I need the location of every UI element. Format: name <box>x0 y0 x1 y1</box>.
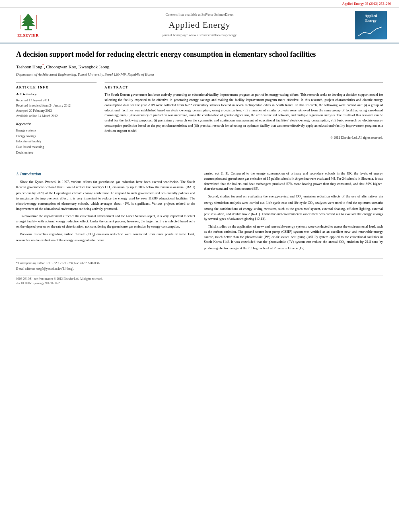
authors-line: Taehoon Hong*, Choongwan Koo, Kwangbok J… <box>16 63 383 70</box>
journal-badge-area: AppliedEnergy <box>351 11 391 39</box>
applied-energy-badge: AppliedEnergy <box>355 11 387 39</box>
abstract-label: ABSTRACT <box>105 85 383 90</box>
main-content: A decision support model for reducing el… <box>0 43 399 294</box>
intro-right-para-2: Second, studies focused on evaluating th… <box>204 194 383 222</box>
email-footnote: E-mail address: hong7@yonsei.ac.kr (T. H… <box>16 267 383 271</box>
keyword-1: Energy systems <box>16 128 97 134</box>
journal-title: Applied Energy <box>52 19 347 31</box>
elsevier-text: ELSEVIER <box>17 33 39 38</box>
badge-chart-icon <box>358 25 382 37</box>
copyright-notice: 0306-2619/$ - see front matter © 2012 El… <box>16 277 383 281</box>
svg-rect-1 <box>25 29 32 30</box>
journal-header-center: Contents lists available at SciVerse Sci… <box>52 12 347 38</box>
keywords-group: Keywords: Energy systems Energy savings … <box>16 122 97 155</box>
article-info-label: ARTICLE INFO <box>16 85 97 90</box>
article-info-column: ARTICLE INFO Article history: Received 1… <box>16 82 97 159</box>
intro-para-1: Since the Kyoto Protocol in 1997, variou… <box>16 179 195 211</box>
keywords-list: Energy systems Energy savings Educationa… <box>16 128 97 155</box>
badge-text: AppliedEnergy <box>358 13 384 23</box>
abstract-copyright: © 2012 Elsevier Ltd. All rights reserved… <box>105 136 383 140</box>
intro-right-para-1: carried out [1–3]. Compared to the energ… <box>204 171 383 191</box>
available-date: Available online 14 March 2012 <box>16 114 97 119</box>
keyword-5: Decision tree <box>16 150 97 156</box>
intro-para-2: To maximize the improvement effect of th… <box>16 214 195 229</box>
elsevier-logo-area: ELSEVIER <box>8 12 48 38</box>
section-divider <box>16 165 383 165</box>
article-title: A decision support model for reducing el… <box>16 50 383 59</box>
journal-header: ELSEVIER Contents lists available at Sci… <box>0 8 399 43</box>
introduction-right-col: carried out [1–3]. Compared to the energ… <box>204 171 383 253</box>
contents-available-text: Contents lists available at SciVerse Sci… <box>52 12 347 17</box>
received-date-2: Received in revised form 24 January 2012 <box>16 103 97 109</box>
author-names: Taehoon Hong*, Choongwan Koo, Kwangbok J… <box>16 64 109 69</box>
article-info-abstract-layout: ARTICLE INFO Article history: Received 1… <box>16 82 383 159</box>
footnote-area: * Corresponding author. Tel.: +82 2 2123… <box>16 259 383 271</box>
accepted-date: Accepted 20 February 2012 <box>16 109 97 114</box>
journal-homepage-text: journal homepage: www.elsevier.com/locat… <box>52 33 347 38</box>
badge-decoration <box>358 25 382 37</box>
keyword-2: Energy savings <box>16 134 97 139</box>
introduction-left-col: 1. Introduction Since the Kyoto Protocol… <box>16 171 195 253</box>
abstract-section: ABSTRACT The South Korean government has… <box>105 82 383 140</box>
article-history-group: Article history: Received 17 August 2011… <box>16 92 97 119</box>
received-date-1: Received 17 August 2011 <box>16 98 97 103</box>
journal-reference-bar: Applied Energy 95 (2012) 253–266 <box>0 0 399 8</box>
elsevier-logo: ELSEVIER <box>17 12 39 38</box>
svg-rect-7 <box>358 25 382 37</box>
doi-line: doi:10.1016/j.apenergy.2012.02.052 <box>16 281 383 286</box>
article-info-section: ARTICLE INFO Article history: Received 1… <box>16 82 97 155</box>
abstract-text: The South Korean government has been act… <box>105 92 383 133</box>
introduction-section-title: 1. Introduction <box>16 171 195 177</box>
keyword-3: Educational facility <box>16 139 97 144</box>
abstract-column: ABSTRACT The South Korean government has… <box>105 82 383 159</box>
intro-right-para-3: Third, studies on the application of new… <box>204 224 383 251</box>
elsevier-tree-icon <box>17 12 39 32</box>
svg-marker-4 <box>21 20 35 26</box>
keywords-heading: Keywords: <box>16 122 97 127</box>
keyword-4: Case-based reasoning <box>16 144 97 150</box>
affiliation-text: Department of Architectural Engineering,… <box>16 72 383 77</box>
journal-ref-text: Applied Energy 95 (2012) 253–266 <box>342 2 391 6</box>
corresponding-footnote: * Corresponding author. Tel.: +82 2 2123… <box>16 261 383 266</box>
history-heading: Article history: <box>16 92 97 97</box>
introduction-layout: 1. Introduction Since the Kyoto Protocol… <box>16 171 383 253</box>
bottom-copyright: 0306-2619/$ - see front matter © 2012 El… <box>16 275 383 286</box>
intro-para-3: Previous researches regarding carbon dio… <box>16 232 195 243</box>
